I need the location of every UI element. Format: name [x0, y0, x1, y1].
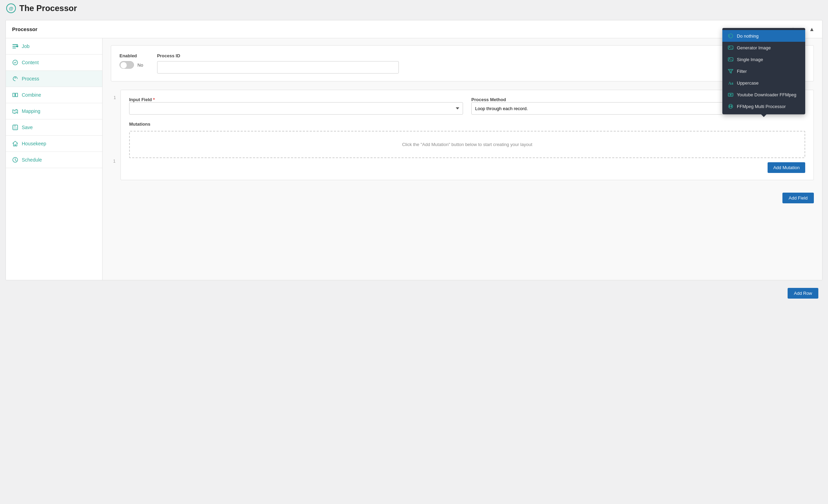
dropdown-item-youtube-label: Youtube Downloader FFMpeg — [737, 92, 796, 97]
svg-rect-2 — [12, 44, 18, 45]
svg-rect-10 — [13, 127, 17, 129]
save-icon — [12, 124, 18, 130]
sidebar-item-mapping[interactable]: Mapping — [6, 103, 102, 119]
input-field-label: Input Field — [129, 97, 463, 102]
mapping-icon — [12, 108, 18, 114]
combine-icon — [12, 92, 18, 98]
enabled-label: Enabled — [119, 53, 143, 58]
job-icon — [12, 43, 18, 49]
sidebar-item-combine[interactable]: Combine — [6, 87, 102, 103]
process-method-dropdown: Do nothing Generator Image — [722, 28, 805, 114]
refresh-icon — [728, 33, 733, 39]
sidebar: Job Content Process — [6, 38, 103, 280]
dropdown-item-generator-image-label: Generator Image — [737, 45, 771, 50]
enabled-field-group: Enabled No — [119, 53, 143, 69]
bottom-actions: Add Field — [111, 193, 814, 203]
field-card-area: 1 Input Field Process Method — [121, 90, 814, 186]
dropdown-item-uppercase[interactable]: Aa Uppercase — [722, 77, 805, 89]
dropdown-item-filter-label: Filter — [737, 69, 747, 74]
input-field-group: Input Field — [129, 97, 463, 115]
row-number-outer: 1 — [114, 95, 116, 100]
image-icon2 — [728, 57, 733, 62]
mutations-label: Mutations — [129, 122, 805, 127]
sidebar-item-save[interactable]: Save — [6, 119, 102, 136]
add-row-section: Add Row — [0, 284, 828, 303]
field-card-container: 1 1 Input Field — [111, 90, 814, 186]
dropdown-item-ffmpeg-label: FFMpeg Multi Processor — [737, 104, 786, 109]
dropdown-item-single-image-label: Single Image — [737, 57, 763, 62]
svg-text:@: @ — [9, 6, 13, 11]
input-field-select[interactable] — [129, 102, 463, 115]
sidebar-item-job-label: Job — [22, 43, 30, 49]
process-method-group: Process Method Do not — [471, 97, 805, 115]
process-icon — [12, 76, 18, 82]
add-field-button[interactable]: Add Field — [782, 193, 814, 203]
svg-point-19 — [729, 104, 733, 108]
sidebar-item-save-label: Save — [22, 125, 33, 130]
dropdown-item-ffmpeg[interactable]: FFMpeg Multi Processor — [722, 100, 805, 112]
dropdown-item-do-nothing[interactable]: Do nothing — [722, 30, 805, 42]
svg-rect-21 — [731, 105, 732, 107]
sidebar-item-schedule-label: Schedule — [22, 157, 42, 163]
dropdown-item-generator-image[interactable]: Generator Image — [722, 42, 805, 54]
housekeep-icon — [12, 140, 18, 147]
dropdown-arrow — [761, 114, 767, 117]
row-numbers: 1 — [111, 90, 118, 164]
dropdown-item-filter[interactable]: Filter — [722, 65, 805, 77]
add-mutation-button[interactable]: Add Mutation — [768, 162, 805, 173]
svg-rect-20 — [729, 105, 730, 107]
panel-title: Processor — [12, 26, 37, 32]
process-id-label: Process ID — [157, 53, 805, 58]
sidebar-item-content[interactable]: Content — [6, 55, 102, 71]
dropdown-item-youtube[interactable]: Youtube Downloader FFMpeg — [722, 89, 805, 100]
mutations-footer: Add Mutation — [129, 162, 805, 173]
sidebar-item-combine-label: Combine — [22, 92, 41, 98]
main-panel: Processor ∧ ∨ ▲ Job — [6, 20, 822, 280]
field-card: Input Field Process Method — [121, 90, 814, 180]
panel-header: Processor ∧ ∨ ▲ — [6, 20, 822, 38]
svg-text:Aa: Aa — [728, 81, 733, 86]
process-id-input[interactable] — [157, 61, 399, 74]
toggle-row: No — [119, 61, 143, 69]
sidebar-item-process-label: Process — [22, 76, 39, 81]
svg-marker-7 — [15, 77, 16, 78]
dropdown-item-do-nothing-label: Do nothing — [737, 33, 759, 39]
sidebar-item-content-label: Content — [22, 60, 39, 65]
sidebar-item-mapping-label: Mapping — [22, 108, 40, 114]
panel-body: Job Content Process — [6, 38, 822, 280]
mutations-section: Mutations Click the "Add Mutation" butto… — [129, 122, 805, 173]
app-logo-icon: @ — [6, 3, 16, 13]
sidebar-item-housekeep[interactable]: Housekeep — [6, 136, 102, 152]
sidebar-item-schedule[interactable]: Schedule — [6, 152, 102, 168]
sidebar-item-process[interactable]: Process — [6, 71, 102, 87]
mutations-empty-text: Click the "Add Mutation" button below to… — [402, 142, 532, 147]
sidebar-item-housekeep-label: Housekeep — [22, 141, 46, 146]
app-title: The Processor — [19, 3, 77, 13]
enabled-toggle[interactable] — [119, 61, 134, 69]
image-icon — [728, 45, 733, 50]
svg-rect-3 — [12, 46, 18, 47]
svg-rect-4 — [12, 48, 16, 48]
sidebar-item-job[interactable]: Job — [6, 38, 102, 55]
filter-icon — [728, 68, 733, 74]
main-content: Enabled No Process ID 1 1 — [103, 38, 822, 280]
schedule-icon — [12, 157, 18, 163]
svg-rect-9 — [14, 125, 16, 127]
mutations-empty: Click the "Add Mutation" button below to… — [129, 131, 805, 158]
fields-row: Input Field Process Method — [129, 97, 805, 115]
ffmpeg-icon — [728, 104, 733, 109]
top-fields: Enabled No Process ID — [111, 45, 814, 81]
enabled-value: No — [137, 62, 143, 68]
process-id-field-group: Process ID — [157, 53, 805, 74]
row-number-1: 1 — [113, 159, 116, 164]
dropdown-item-uppercase-label: Uppercase — [737, 80, 759, 86]
app-header: @ The Processor — [0, 0, 828, 17]
add-row-button[interactable]: Add Row — [788, 288, 818, 299]
dropdown-item-single-image[interactable]: Single Image — [722, 54, 805, 65]
panel-detach-btn[interactable]: ▲ — [808, 26, 816, 33]
content-icon — [12, 59, 18, 66]
uppercase-icon: Aa — [728, 80, 733, 86]
youtube-icon — [728, 92, 733, 97]
